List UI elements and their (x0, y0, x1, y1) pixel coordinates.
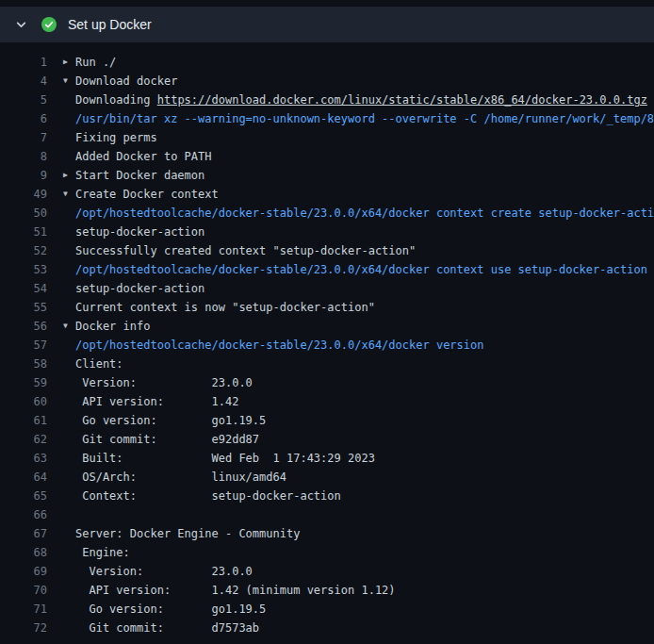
log-line: 58Client: (0, 355, 654, 373)
log-line: 70 API version: 1.42 (minimum version 1.… (0, 581, 654, 600)
line-number[interactable]: 53 (0, 260, 47, 279)
line-number[interactable]: 68 (0, 543, 47, 562)
chevron-collapsed-icon[interactable]: ▶ (63, 166, 68, 185)
line-number[interactable]: 69 (0, 562, 47, 581)
log-group-toggle[interactable]: ▼Download docker (62, 72, 654, 91)
log-line: 66 (0, 505, 654, 524)
group-label: Start Docker daemon (75, 169, 204, 182)
line-content: API version: 1.42 (minimum version 1.12) (62, 581, 654, 600)
line-number[interactable]: 62 (0, 430, 47, 449)
log-line: 69 Version: 23.0.0 (0, 562, 654, 581)
log-group-toggle[interactable]: ▼Docker info (62, 317, 654, 336)
log-line: 59 Version: 23.0.0 (0, 373, 654, 392)
line-number[interactable]: 67 (0, 524, 47, 543)
line-content: Server: Docker Engine - Community (62, 524, 654, 543)
line-number[interactable]: 6 (0, 109, 47, 128)
line-content: setup-docker-action (62, 223, 654, 241)
line-content: Go version: go1.19.5 (62, 411, 654, 430)
line-number[interactable]: 51 (0, 223, 47, 241)
log-line: 49▼Create Docker context (0, 185, 654, 204)
log-line: 54setup-docker-action (0, 279, 654, 298)
line-content: Version: 23.0.0 (62, 562, 654, 581)
log-line: 60 API version: 1.42 (0, 392, 654, 411)
log-line: 56▼Docker info (0, 317, 654, 336)
line-content: /opt/hostedtoolcache/docker-stable/23.0.… (62, 336, 654, 355)
line-number[interactable]: 55 (0, 298, 47, 317)
line-number[interactable]: 64 (0, 468, 47, 487)
step-header[interactable]: Set up Docker (0, 7, 654, 42)
line-content: Context: setup-docker-action (62, 487, 654, 505)
line-content: OS/Arch: linux/amd64 (62, 468, 654, 487)
group-label: Create Docker context (75, 188, 219, 201)
line-number[interactable]: 61 (0, 411, 47, 430)
log-line: 55Current context is now "setup-docker-a… (0, 298, 654, 317)
line-number[interactable]: 58 (0, 355, 47, 373)
log-line: 4▼Download docker (0, 72, 654, 91)
line-number[interactable]: 4 (0, 72, 47, 91)
line-number[interactable]: 9 (0, 166, 47, 185)
chevron-down-icon[interactable] (15, 19, 27, 31)
chevron-expanded-icon[interactable]: ▼ (63, 185, 68, 204)
log-group-toggle[interactable]: ▶Start Docker daemon (62, 166, 654, 185)
log-link[interactable]: https://download.docker.com/linux/static… (157, 93, 647, 107)
line-number[interactable]: 54 (0, 279, 47, 298)
log-line: 61 Go version: go1.19.5 (0, 411, 654, 430)
log-line: 9▶Start Docker daemon (0, 166, 654, 185)
line-content: API version: 1.42 (62, 392, 654, 411)
log-line: 8Added Docker to PATH (0, 147, 654, 166)
log-line: 52Successfully created context "setup-do… (0, 241, 654, 260)
line-number[interactable]: 50 (0, 204, 47, 223)
log-line: 63 Built: Wed Feb 1 17:43:29 2023 (0, 449, 654, 468)
log-line: 62 Git commit: e92dd87 (0, 430, 654, 449)
line-content: /opt/hostedtoolcache/docker-stable/23.0.… (62, 204, 654, 223)
line-number[interactable]: 7 (0, 128, 47, 147)
chevron-collapsed-icon[interactable]: ▶ (63, 53, 68, 72)
log-line: 6/usr/bin/tar xz --warning=no-unknown-ke… (0, 109, 654, 128)
line-number[interactable]: 49 (0, 185, 47, 204)
log-line: 50/opt/hostedtoolcache/docker-stable/23.… (0, 204, 654, 223)
line-number[interactable]: 70 (0, 581, 47, 600)
line-content (62, 505, 654, 524)
line-number[interactable]: 57 (0, 336, 47, 355)
log-line: 72 Git commit: d7573ab (0, 619, 654, 637)
line-content: Built: Wed Feb 1 17:43:29 2023 (62, 449, 654, 468)
line-content: Engine: (62, 543, 654, 562)
line-content: Fixing perms (62, 128, 654, 147)
log-line: 5Downloading https://download.docker.com… (0, 91, 654, 109)
group-label: Run ./ (75, 56, 116, 69)
line-content: /opt/hostedtoolcache/docker-stable/23.0.… (62, 260, 654, 279)
line-number[interactable]: 63 (0, 449, 47, 468)
line-number[interactable]: 65 (0, 487, 47, 505)
line-number[interactable]: 5 (0, 91, 47, 109)
line-content: Downloading https://download.docker.com/… (62, 91, 654, 109)
line-number[interactable]: 66 (0, 505, 47, 524)
line-number[interactable]: 71 (0, 600, 47, 619)
line-content: Client: (62, 355, 654, 373)
line-number[interactable]: 52 (0, 241, 47, 260)
line-content: Git commit: e92dd87 (62, 430, 654, 449)
log-line: 68 Engine: (0, 543, 654, 562)
line-number[interactable]: 56 (0, 317, 47, 336)
log-line: 67Server: Docker Engine - Community (0, 524, 654, 543)
log-group-toggle[interactable]: ▶Run ./ (62, 53, 654, 72)
log-line: 57/opt/hostedtoolcache/docker-stable/23.… (0, 336, 654, 355)
line-content: setup-docker-action (62, 279, 654, 298)
line-content: /usr/bin/tar xz --warning=no-unknown-key… (62, 109, 654, 128)
step-title: Set up Docker (68, 17, 152, 32)
line-content: Go version: go1.19.5 (62, 600, 654, 619)
line-number[interactable]: 59 (0, 373, 47, 392)
line-content: Current context is now "setup-docker-act… (62, 298, 654, 317)
log-line: 71 Go version: go1.19.5 (0, 600, 654, 619)
line-number[interactable]: 1 (0, 53, 47, 72)
line-content: Successfully created context "setup-dock… (62, 241, 654, 260)
log-line: 51setup-docker-action (0, 223, 654, 241)
log-group-toggle[interactable]: ▼Create Docker context (62, 185, 654, 204)
line-number[interactable]: 60 (0, 392, 47, 411)
group-label: Download docker (75, 74, 177, 88)
chevron-expanded-icon[interactable]: ▼ (63, 72, 68, 91)
line-number[interactable]: 8 (0, 147, 47, 166)
line-number[interactable]: 72 (0, 619, 47, 637)
chevron-expanded-icon[interactable]: ▼ (63, 317, 68, 336)
check-circle-icon (41, 17, 57, 32)
log-container: 1▶Run ./4▼Download docker5Downloading ht… (0, 42, 654, 644)
